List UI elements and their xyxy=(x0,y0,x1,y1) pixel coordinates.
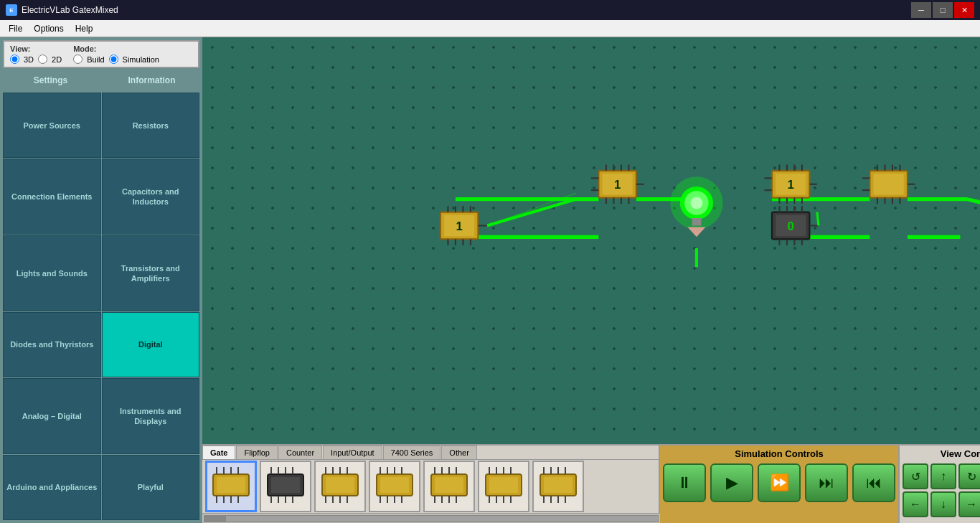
simulation-controls-title: Simulation Controls xyxy=(735,448,824,459)
palette-item-2[interactable] xyxy=(314,461,366,512)
settings-button[interactable]: Settings xyxy=(0,71,101,90)
sim-fast-button[interactable]: ⏩ xyxy=(758,463,801,502)
comp-power-sources[interactable]: Power Sources xyxy=(3,93,101,158)
tab-gate[interactable]: Gate xyxy=(202,446,235,459)
settings-info-bar: Settings Information xyxy=(0,71,202,90)
vc-left[interactable]: ← xyxy=(903,491,928,517)
mode-build-label: Build xyxy=(87,55,104,64)
svg-text:1: 1 xyxy=(456,220,462,233)
palette-item-3[interactable] xyxy=(369,461,420,512)
comp-arduino-appliances[interactable]: Arduino and Appliances xyxy=(3,455,101,520)
component-grid: Power Sources Resistors Connection Eleme… xyxy=(0,90,202,523)
right-content: 1 xyxy=(202,37,980,523)
comp-capacitors-inductors[interactable]: Capacitors and Inductors xyxy=(102,159,200,235)
palette-tabs: Gate Flipflop Counter Input/Output 7400 … xyxy=(202,446,659,460)
tab-flipflop[interactable]: Flipflop xyxy=(236,446,277,459)
view-controls: View Controls ↺ ↑ ↻ 🔍+ ← ↓ → 🔍- xyxy=(900,446,980,523)
svg-text:0: 0 xyxy=(787,220,793,233)
view-3d-radio[interactable] xyxy=(10,55,19,64)
view-label: View: xyxy=(10,44,62,53)
palette-items xyxy=(202,460,659,513)
app-icon: E xyxy=(6,4,17,16)
menu-file[interactable]: File xyxy=(3,22,28,35)
sim-pause-button[interactable]: ⏸ xyxy=(663,463,706,502)
svg-rect-111 xyxy=(326,477,354,493)
vc-down[interactable]: ↓ xyxy=(930,491,956,517)
mode-label: Mode: xyxy=(73,44,159,53)
menubar: File Options Help xyxy=(0,20,980,37)
bottom-panel: Gate Flipflop Counter Input/Output 7400 … xyxy=(202,444,980,523)
view-controls-title: View Controls xyxy=(941,448,980,459)
close-button[interactable]: ✕ xyxy=(954,2,974,18)
svg-line-5 xyxy=(968,199,980,211)
svg-rect-101 xyxy=(271,477,300,493)
mode-simulation-label: Simulation xyxy=(123,55,159,64)
svg-rect-151 xyxy=(544,477,573,493)
comp-analog-digital[interactable]: Analog – Digital xyxy=(3,378,101,454)
horizontal-scrollbar[interactable] xyxy=(202,513,660,523)
view-2d-label: 2D xyxy=(52,55,62,64)
vc-rotate-right[interactable]: ↻ xyxy=(958,463,980,489)
comp-digital[interactable]: Digital xyxy=(102,312,200,377)
svg-text:1: 1 xyxy=(614,178,621,192)
view-mode-bar: View: 3D 2D Mode: Build Simulation xyxy=(3,40,199,68)
menu-help[interactable]: Help xyxy=(70,22,99,35)
vc-rotate-left[interactable]: ↺ xyxy=(903,463,928,489)
svg-rect-44 xyxy=(692,218,702,226)
svg-marker-45 xyxy=(687,227,705,237)
svg-rect-121 xyxy=(380,477,409,493)
window-controls: ─ □ ✕ xyxy=(911,2,974,18)
sim-stop-button[interactable]: ⏮ xyxy=(852,463,895,502)
titlebar: E ElectricVLab GatexMixed ─ □ ✕ xyxy=(0,0,980,20)
app-title: ElectricVLab GatexMixed xyxy=(22,5,118,15)
vc-up[interactable]: ↑ xyxy=(930,463,956,489)
mode-simulation-radio[interactable] xyxy=(109,55,118,64)
palette-item-6[interactable] xyxy=(532,461,584,512)
minimize-button[interactable]: ─ xyxy=(911,2,931,18)
svg-line-76 xyxy=(817,212,819,226)
sim-play-button[interactable]: ▶ xyxy=(710,463,753,502)
comp-instruments-displays[interactable]: Instruments and Displays xyxy=(102,378,200,454)
menu-options[interactable]: Options xyxy=(28,22,69,35)
tab-counter[interactable]: Counter xyxy=(278,446,322,459)
svg-line-38 xyxy=(487,199,576,226)
comp-connection-elements[interactable]: Connection Elements xyxy=(3,159,101,235)
comp-transistors-amplifiers[interactable]: Transistors and Amplifiers xyxy=(102,235,200,311)
tab-7400[interactable]: 7400 Series xyxy=(383,446,441,459)
information-button[interactable]: Information xyxy=(101,71,202,90)
svg-rect-91 xyxy=(217,477,245,493)
maximize-button[interactable]: □ xyxy=(933,2,953,18)
simulation-buttons: ⏸ ▶ ⏩ ⏭ ⏮ xyxy=(663,463,895,502)
circuit-canvas: 1 xyxy=(202,37,980,444)
svg-text:1: 1 xyxy=(787,178,793,192)
svg-rect-131 xyxy=(435,477,463,493)
palette-item-0[interactable] xyxy=(205,461,257,512)
svg-rect-78 xyxy=(874,174,904,194)
vc-right[interactable]: → xyxy=(958,491,980,517)
comp-resistors[interactable]: Resistors xyxy=(102,93,200,158)
sim-faster-button[interactable]: ⏭ xyxy=(805,463,848,502)
comp-playful[interactable]: Playful xyxy=(102,455,200,520)
view-3d-label: 3D xyxy=(24,55,34,64)
mode-build-radio[interactable] xyxy=(73,55,83,64)
left-panel: View: 3D 2D Mode: Build Simulation xyxy=(0,37,202,523)
palette-item-1[interactable] xyxy=(260,461,311,512)
tab-other[interactable]: Other xyxy=(441,446,477,459)
component-palette: Gate Flipflop Counter Input/Output 7400 … xyxy=(202,446,660,523)
simulation-controls: Simulation Controls ⏸ ▶ ⏩ ⏭ ⏮ xyxy=(660,446,900,523)
comp-diodes-thyristors[interactable]: Diodes and Thyristors xyxy=(3,312,101,377)
svg-rect-141 xyxy=(489,477,518,493)
view-controls-grid: ↺ ↑ ↻ 🔍+ ← ↓ → 🔍- xyxy=(903,463,980,517)
canvas-area[interactable]: 1 xyxy=(202,37,980,444)
palette-item-5[interactable] xyxy=(478,461,529,512)
view-2d-radio[interactable] xyxy=(38,55,47,64)
comp-lights-sounds[interactable]: Lights and Sounds xyxy=(3,235,101,311)
tab-inputoutput[interactable]: Input/Output xyxy=(323,446,382,459)
palette-item-4[interactable] xyxy=(423,461,475,512)
